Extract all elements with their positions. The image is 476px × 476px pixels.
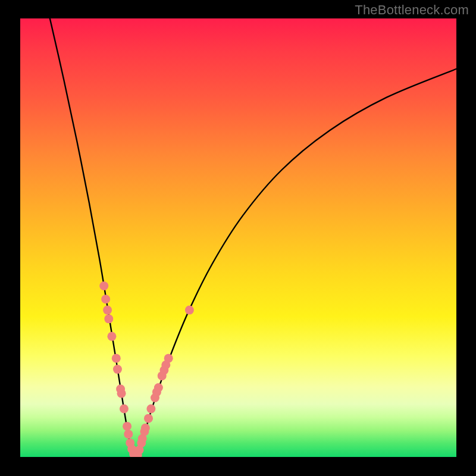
data-marker <box>146 404 155 413</box>
data-marker <box>141 424 150 433</box>
data-marker <box>101 295 110 303</box>
data-marker <box>99 281 108 290</box>
data-marker <box>107 332 116 341</box>
data-marker <box>120 404 129 413</box>
data-marker <box>124 430 133 439</box>
right-branch-curve <box>135 69 456 457</box>
data-marker <box>185 306 194 315</box>
data-marker <box>112 354 121 363</box>
curve-layer <box>20 18 456 457</box>
data-marker <box>164 354 173 363</box>
marker-group <box>99 281 194 457</box>
data-marker <box>123 422 131 431</box>
plot-area <box>20 18 456 457</box>
data-marker <box>103 306 112 315</box>
data-marker <box>104 314 113 323</box>
data-marker <box>144 414 153 423</box>
data-marker <box>154 383 163 392</box>
data-marker <box>113 365 122 374</box>
chart-frame: TheBottleneck.com <box>0 0 476 476</box>
data-marker <box>117 389 126 398</box>
watermark-text: TheBottleneck.com <box>355 2 469 18</box>
